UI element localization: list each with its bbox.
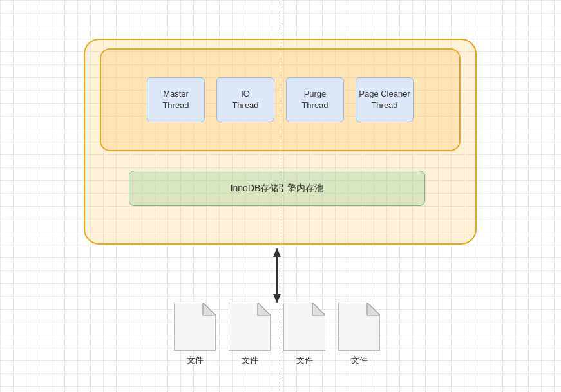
svg-marker-0	[273, 248, 281, 257]
svg-marker-8	[312, 303, 325, 315]
file-item-3: 文件	[283, 303, 325, 366]
svg-marker-6	[258, 303, 271, 315]
file-label-4: 文件	[351, 355, 368, 366]
bidirectional-arrow	[271, 247, 283, 304]
threads-container: Master Thread IO Thread Purge Thread Pag…	[100, 48, 461, 151]
svg-marker-4	[203, 303, 216, 315]
purge-thread-label: Purge Thread	[301, 88, 328, 111]
file-icon-4	[338, 303, 380, 351]
master-thread-box: Master Thread	[147, 77, 205, 122]
file-item-1: 文件	[174, 303, 216, 366]
page-cleaner-thread-label: Page Cleaner Thread	[359, 88, 410, 111]
io-thread-label: IO Thread	[232, 88, 258, 111]
file-item-2: 文件	[229, 303, 271, 366]
page-cleaner-thread-box: Page Cleaner Thread	[356, 77, 414, 122]
io-thread-box: IO Thread	[216, 77, 274, 122]
purge-thread-box: Purge Thread	[286, 77, 344, 122]
arrow-container	[271, 247, 283, 304]
files-row: 文件 文件 文件 文件	[142, 303, 412, 373]
file-icon-2	[229, 303, 271, 351]
svg-marker-10	[367, 303, 380, 315]
file-item-4: 文件	[338, 303, 380, 366]
buffer-pool-label: InnoDB存储引擎内存池	[231, 183, 324, 194]
master-thread-label: Master Thread	[162, 88, 189, 111]
file-label-1: 文件	[187, 355, 204, 366]
svg-marker-2	[273, 294, 281, 303]
file-icon-1	[174, 303, 216, 351]
file-label-2: 文件	[242, 355, 258, 366]
file-icon-3	[283, 303, 325, 351]
file-label-3: 文件	[296, 355, 313, 366]
buffer-pool-box: InnoDB存储引擎内存池	[129, 171, 425, 206]
svg-rect-1	[276, 256, 278, 295]
